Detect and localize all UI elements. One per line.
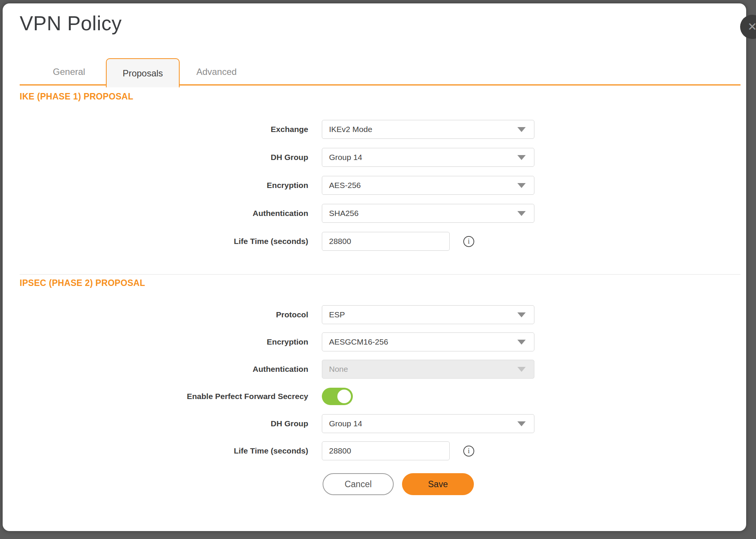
encryption-row: Encryption AESGCM16-256 [3,328,746,356]
ike-phase1-form: Exchange IKEv2 Mode DH Group Group 14 En… [3,115,746,255]
pfs-toggle[interactable] [322,388,353,405]
phase2-dh-group-dropdown[interactable]: Group 14 [322,414,534,433]
phase1-dh-group-dropdown[interactable]: Group 14 [322,148,534,167]
phase2-authentication-dropdown: None [322,360,534,379]
authentication-row: Authentication SHA256 [3,199,746,227]
chevron-down-icon [517,312,526,317]
page-title: VPN Policy [20,12,122,35]
section-divider [20,274,740,275]
phase1-authentication-dropdown[interactable]: SHA256 [322,204,534,223]
chevron-down-icon [517,183,526,188]
lifetime-label: Life Time (seconds) [3,237,308,246]
lifetime-row: Life Time (seconds) i [3,437,746,464]
close-icon: ✕ [747,21,756,33]
dropdown-value: ESP [329,310,345,319]
protocol-row: Protocol ESP [3,301,746,328]
authentication-label: Authentication [3,365,308,374]
dropdown-value: None [329,365,348,374]
phase1-encryption-dropdown[interactable]: AES-256 [322,176,534,195]
pfs-row: Enable Perfect Forward Secrecy [3,383,746,410]
ipsec-phase2-form: Protocol ESP Encryption AESGCM16-256 Aut… [3,301,746,464]
chevron-down-icon [517,367,526,372]
encryption-label: Encryption [3,181,308,190]
exchange-row: Exchange IKEv2 Mode [3,115,746,143]
chevron-down-icon [517,127,526,132]
phase2-encryption-dropdown[interactable]: AESGCM16-256 [322,332,534,351]
protocol-label: Protocol [3,310,308,319]
cancel-button[interactable]: Cancel [323,473,394,495]
tab-general[interactable]: General [32,58,106,85]
authentication-label: Authentication [3,209,308,218]
tab-bar: General Proposals Advanced [20,58,740,85]
exchange-label: Exchange [3,125,308,134]
chevron-down-icon [517,211,526,216]
chevron-down-icon [517,340,526,345]
dropdown-value: IKEv2 Mode [329,125,372,134]
dropdown-value: SHA256 [329,209,359,218]
dropdown-value: Group 14 [329,153,362,162]
phase2-lifetime-input[interactable] [322,441,450,460]
info-icon[interactable]: i [463,236,474,247]
dropdown-value: Group 14 [329,419,362,428]
tab-proposals[interactable]: Proposals [106,58,180,87]
lifetime-row: Life Time (seconds) i [3,227,746,255]
toggle-knob [337,390,351,403]
ike-phase1-heading: IKE (PHASE 1) PROPOSAL [20,92,134,102]
encryption-row: Encryption AES-256 [3,171,746,199]
dh-group-label: DH Group [3,419,308,428]
chevron-down-icon [517,421,526,426]
dropdown-value: AES-256 [329,181,361,190]
save-button[interactable]: Save [402,473,474,495]
authentication-row: Authentication None [3,356,746,383]
dh-group-row: DH Group Group 14 [3,143,746,171]
dh-group-row: DH Group Group 14 [3,410,746,437]
lifetime-label: Life Time (seconds) [3,446,308,455]
ipsec-phase2-heading: IPSEC (PHASE 2) PROPOSAL [20,278,145,288]
encryption-label: Encryption [3,337,308,346]
pfs-label: Enable Perfect Forward Secrecy [3,392,308,401]
info-icon[interactable]: i [463,446,474,457]
chevron-down-icon [517,155,526,160]
vpn-policy-dialog: VPN Policy General Proposals Advanced IK… [3,3,746,531]
tab-advanced[interactable]: Advanced [180,58,253,85]
dh-group-label: DH Group [3,153,308,162]
exchange-dropdown[interactable]: IKEv2 Mode [322,120,534,139]
dropdown-value: AESGCM16-256 [329,337,388,346]
phase1-lifetime-input[interactable] [322,232,450,251]
protocol-dropdown[interactable]: ESP [322,305,534,324]
